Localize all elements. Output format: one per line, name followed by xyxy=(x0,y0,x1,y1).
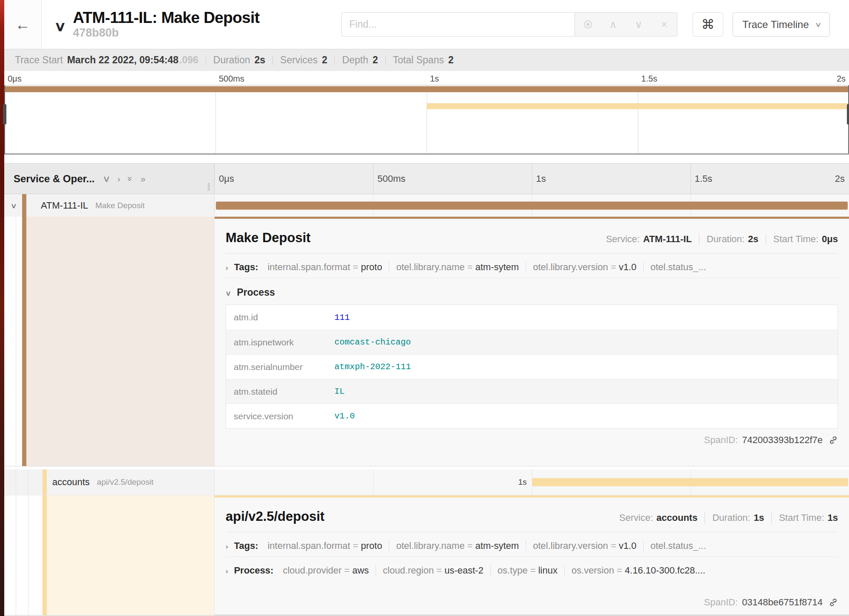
process-value: us-east-2 xyxy=(444,565,484,576)
minimap-gridline xyxy=(638,85,638,153)
depth-value: 2 xyxy=(373,55,378,65)
meta-duration: Duration:2s xyxy=(699,234,766,245)
process-pair: os.version4.16.10-300.fc28.... xyxy=(564,565,712,576)
span-detail-indent-column xyxy=(4,217,215,466)
tag-key: otel.library.version xyxy=(533,540,619,551)
back-button[interactable]: ← xyxy=(4,0,42,49)
link-icon[interactable] xyxy=(829,435,838,445)
locate-span-button[interactable] xyxy=(575,13,600,36)
find-clear-button[interactable]: × xyxy=(651,13,677,36)
indent-guide xyxy=(28,469,28,495)
table-row: atm.id 111 xyxy=(226,305,838,330)
search-input[interactable] xyxy=(341,12,575,37)
tags-accordion[interactable]: › Tags: internal.span.formatproto otel.l… xyxy=(226,532,838,557)
meta-start-time: Start Time:0μs xyxy=(766,234,838,245)
span-bar-deposit[interactable] xyxy=(532,478,849,486)
tag-value: atm-sytem xyxy=(475,262,519,272)
expand-one-icon[interactable]: › xyxy=(117,174,120,184)
back-arrow-icon: ← xyxy=(15,16,31,34)
trace-start-label: Trace Start xyxy=(15,55,63,65)
trace-start-fraction: .096 xyxy=(179,55,198,65)
process-key: service.version xyxy=(234,411,334,421)
span-bar-make-deposit[interactable] xyxy=(216,201,848,209)
services-value: 2 xyxy=(322,55,328,65)
collapse-one-icon[interactable]: ∨ xyxy=(102,174,110,184)
tags-label: Tags: xyxy=(234,540,258,551)
tag-value: v1.0 xyxy=(619,540,637,551)
tag-key: otel.library.name xyxy=(396,262,475,272)
process-value: 4.16.10-300.fc28.... xyxy=(625,565,705,576)
depth-label: Depth xyxy=(342,55,368,65)
process-value: comcast-chicago xyxy=(334,337,411,347)
tags-label: Tags: xyxy=(234,262,258,273)
span-id-label: SpanID: xyxy=(704,597,738,608)
column-resize-handle[interactable]: ∥ xyxy=(207,181,211,191)
keyboard-shortcuts-button[interactable]: ⌘ xyxy=(693,12,723,37)
span-detail-content: api/v2.5/deposit Service:accounts Durati… xyxy=(215,495,849,615)
minimap-tick: 0μs xyxy=(8,74,22,84)
span-name-cell[interactable]: accounts api/v2.5/deposit xyxy=(4,469,215,495)
service-color-bar xyxy=(22,217,26,466)
process-accordion[interactable]: ∨ Process xyxy=(226,278,838,305)
find-prev-button[interactable]: ∧ xyxy=(600,13,626,36)
chevron-down-icon[interactable]: ∨ xyxy=(10,201,17,210)
find-group: ∧ ∨ × xyxy=(341,12,677,37)
find-next-button[interactable]: ∨ xyxy=(626,13,651,36)
span-row-atm-make-deposit[interactable]: ∨ ATM-111-IL Make Deposit xyxy=(4,194,849,217)
process-key: atm.id xyxy=(234,312,334,322)
service-operation-title: Service & Oper... xyxy=(14,173,95,185)
process-key: os.version xyxy=(572,565,625,576)
link-icon[interactable] xyxy=(829,598,838,607)
timeline-header: Service & Oper... ∨ › » » ∥ 0μs 500ms 1s… xyxy=(4,163,849,194)
operation-name: api/v2.5/deposit xyxy=(97,478,153,487)
tag-pair: internal.span.formatproto xyxy=(261,540,389,551)
total-spans-label: Total Spans xyxy=(393,55,444,65)
tag-pair: otel.library.versionv1.0 xyxy=(526,540,643,551)
tag-pair: internal.span.formatproto xyxy=(261,262,389,273)
total-spans-value: 2 xyxy=(448,55,454,65)
meta-service-label: Service: xyxy=(606,234,640,244)
spacer xyxy=(4,155,849,163)
minimap-tick: 1s xyxy=(430,74,439,84)
meta-duration-value: 2s xyxy=(748,234,758,244)
span-operation-title: Make Deposit xyxy=(226,230,311,246)
span-meta: Service:accounts Duration:1s Start Time:… xyxy=(612,512,838,523)
span-timeline-cell[interactable]: 1s xyxy=(215,469,849,495)
collapse-all-icon[interactable]: » xyxy=(125,176,136,181)
process-value: atmxph-2022-111 xyxy=(334,362,411,372)
ruler-tick: 1s xyxy=(536,173,546,184)
collapse-trace-chevron-icon[interactable]: ∨ xyxy=(54,18,66,34)
span-row-accounts-deposit[interactable]: accounts api/v2.5/deposit 1s xyxy=(4,469,849,495)
minimap-tick: 2s xyxy=(837,74,846,84)
view-selector-label: Trace Timeline xyxy=(742,19,809,31)
ruler-gridline xyxy=(532,164,532,194)
process-kv-table: atm.id 111 atm.ispnetwork comcast-chicag… xyxy=(226,305,838,429)
ruler-gridline xyxy=(373,164,374,194)
minimap-right-scrubber-handle[interactable] xyxy=(847,104,849,124)
services-item: Services 2 xyxy=(272,55,334,65)
tag-pair: otel.library.nameatm-sytem xyxy=(389,540,526,551)
duration-value: 2s xyxy=(255,55,266,65)
span-timeline-cell[interactable] xyxy=(215,194,849,217)
tag-overflow: otel.status_... xyxy=(643,262,706,273)
table-row: atm.stateid IL xyxy=(226,379,838,404)
jaeger-trace-page: ← ∨ ATM-111-IL: Make Deposit 478b80b ∧ ∨ xyxy=(4,0,849,616)
meta-start-label: Start Time: xyxy=(773,234,818,244)
tags-accordion[interactable]: › Tags: internal.span.formatproto otel.l… xyxy=(226,254,838,278)
process-label: Process xyxy=(237,287,275,298)
minimap-left-scrubber-handle[interactable] xyxy=(3,104,6,124)
meta-service: Service:accounts xyxy=(612,512,705,523)
expand-all-icon[interactable]: » xyxy=(141,174,146,184)
trace-minimap[interactable] xyxy=(4,85,849,155)
minimap-tick: 500ms xyxy=(219,74,244,84)
meta-duration-label: Duration: xyxy=(712,512,750,523)
trace-view-selector[interactable]: Trace Timeline ∨ xyxy=(733,12,830,37)
tag-pair: otel.library.nameatm-sytem xyxy=(389,262,526,273)
service-name: accounts xyxy=(52,477,90,488)
process-accordion[interactable]: › Process: cloud.provideraws cloud.regio… xyxy=(226,557,838,581)
span-name-cell[interactable]: ∨ ATM-111-IL Make Deposit xyxy=(4,194,215,217)
indent-guide xyxy=(16,495,16,615)
process-key: os.type xyxy=(498,565,538,576)
find-button-group: ∧ ∨ × xyxy=(575,12,677,37)
trace-start-item: Trace Start March 22 2022, 09:54:48 .096 xyxy=(8,55,206,65)
